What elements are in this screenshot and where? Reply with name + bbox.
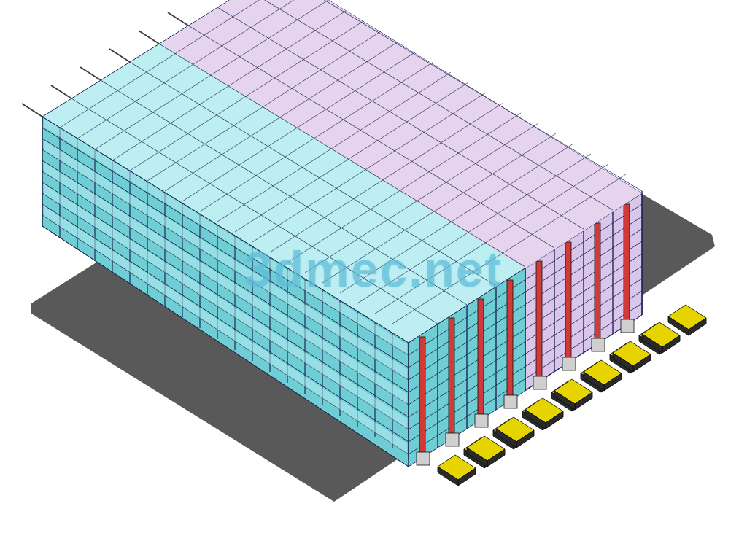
svg-rect-67 [533,376,546,389]
svg-line-109 [168,12,188,26]
svg-line-105 [51,85,71,98]
svg-line-107 [109,49,130,62]
svg-rect-60 [449,318,454,439]
svg-rect-70 [595,223,600,344]
svg-rect-61 [446,433,459,446]
svg-rect-59 [417,452,430,465]
svg-rect-58 [419,337,425,458]
svg-rect-73 [621,319,634,332]
render-stage: 3dmec.net [0,0,747,560]
svg-rect-66 [536,261,542,382]
svg-rect-72 [624,204,630,325]
cad-isometric-render [0,0,747,560]
svg-rect-62 [478,299,484,420]
svg-rect-65 [504,395,517,408]
svg-rect-68 [565,242,571,363]
svg-rect-63 [475,414,488,427]
svg-line-108 [139,31,159,44]
svg-rect-64 [507,280,513,401]
svg-line-104 [22,104,42,117]
svg-line-106 [80,67,101,80]
svg-rect-69 [562,357,576,370]
svg-rect-71 [592,338,605,351]
